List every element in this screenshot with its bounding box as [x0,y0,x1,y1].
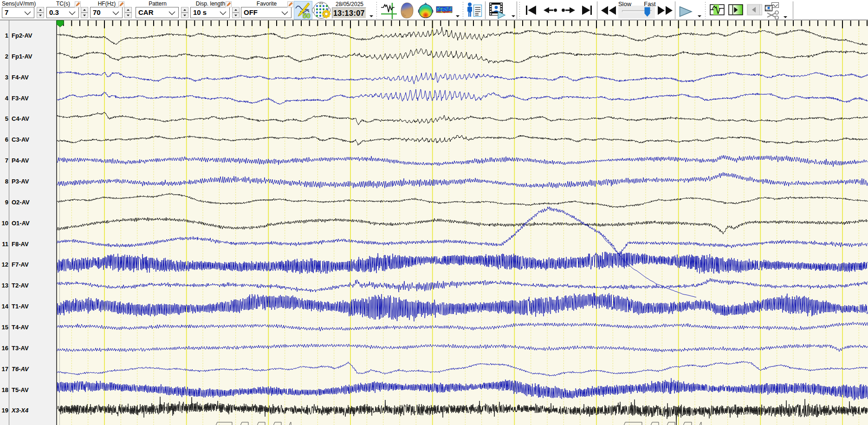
svg-text:C3-AV: C3-AV [12,136,29,143]
svg-text:7: 7 [5,157,8,164]
svg-text:14: 14 [2,303,9,310]
svg-text:11: 11 [2,241,8,248]
svg-text:F7-AV: F7-AV [12,261,29,268]
svg-text:10: 10 [2,220,8,227]
svg-text:4: 4 [5,95,9,102]
svg-text:13: 13 [2,282,8,289]
svg-text:17: 17 [2,366,8,373]
svg-text:T2-AV: T2-AV [12,282,29,289]
svg-text:T5-AV: T5-AV [12,386,29,393]
svg-text:T6-AV: T6-AV [12,366,29,373]
svg-text:C4-AV: C4-AV [12,115,29,122]
svg-text:T4-AV: T4-AV [12,324,29,331]
svg-text:15: 15 [2,324,8,331]
svg-text:18: 18 [2,386,8,393]
svg-text:16: 16 [2,345,8,352]
svg-text:12: 12 [2,261,8,268]
svg-text:F3-AV: F3-AV [12,95,29,102]
svg-text:3: 3 [5,74,8,81]
svg-text:6: 6 [5,136,8,143]
svg-text:1: 1 [5,32,8,39]
svg-text:8: 8 [5,178,8,185]
svg-text:T3-AV: T3-AV [12,345,29,352]
svg-text:F4-AV: F4-AV [12,74,29,81]
svg-text:P4-AV: P4-AV [12,157,29,164]
svg-text:19: 19 [2,407,8,414]
svg-text:9: 9 [5,199,8,206]
svg-text:2: 2 [5,53,8,60]
svg-text:5: 5 [5,115,8,122]
svg-text:F8-AV: F8-AV [12,241,29,248]
svg-text:Fp1-AV: Fp1-AV [12,53,32,60]
svg-text:T1-AV: T1-AV [12,303,29,310]
svg-text:X3-X4: X3-X4 [11,407,29,414]
svg-text:O1-AV: O1-AV [12,220,30,227]
svg-text:Fp2-AV: Fp2-AV [12,32,32,39]
svg-text:P3-AV: P3-AV [12,178,29,185]
svg-text:O2-AV: O2-AV [12,199,30,206]
